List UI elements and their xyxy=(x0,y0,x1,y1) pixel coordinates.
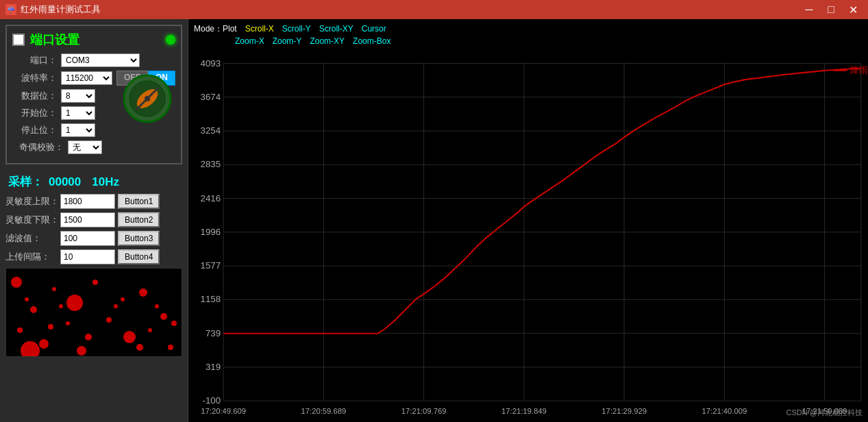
toolbar-zoom-x[interactable]: Zoom-X xyxy=(235,36,264,46)
button1[interactable]: Button1 xyxy=(118,194,160,209)
sampling-label: 采样： xyxy=(8,174,43,190)
startbit-select[interactable]: 1 xyxy=(61,106,95,120)
stopbit-row: 停止位： 1 xyxy=(12,123,175,137)
rain-dot xyxy=(123,331,136,343)
svg-text:739: 739 xyxy=(206,328,221,338)
port-select[interactable]: COM3 xyxy=(61,53,140,67)
title-bar: ☔ 红外雨量计测试工具 ─ □ ✕ xyxy=(0,0,868,19)
port-form-area: 端口： COM3 波特率： 115200 OFF ON xyxy=(12,53,175,154)
sampling-row: 采样： 00000 10Hz xyxy=(5,170,182,194)
rain-dot xyxy=(25,297,29,301)
upper-limit-input[interactable] xyxy=(60,194,115,209)
parity-label: 奇偶校验： xyxy=(12,141,64,153)
databits-select[interactable]: 8 xyxy=(61,89,95,103)
button3[interactable]: Button3 xyxy=(118,231,160,246)
stopbit-label: 停止位： xyxy=(12,124,57,136)
rain-dot xyxy=(52,287,56,291)
rain-dot xyxy=(85,334,92,340)
filter-label: 滤波值： xyxy=(5,232,60,245)
startbit-label: 开始位： xyxy=(12,107,57,119)
rain-dot xyxy=(92,280,98,285)
svg-text:1158: 1158 xyxy=(201,294,221,304)
toolbar-cursor[interactable]: Cursor xyxy=(362,24,386,34)
button2[interactable]: Button2 xyxy=(118,212,160,227)
rain-dot xyxy=(171,321,177,326)
toolbar-zoom-box[interactable]: Zoom-Box xyxy=(353,36,390,46)
button4[interactable]: Button4 xyxy=(118,249,160,264)
rain-dot xyxy=(59,304,63,308)
maximize-button[interactable]: □ xyxy=(821,0,841,19)
svg-rect-5 xyxy=(188,49,868,422)
rain-dot xyxy=(160,313,167,320)
port-row: 端口： COM3 xyxy=(12,53,175,67)
toolbar-scroll-y[interactable]: Scroll-Y xyxy=(282,24,311,34)
rain-dot xyxy=(121,297,125,301)
rain-dot xyxy=(139,288,147,297)
app-title: 红外雨量计测试工具 xyxy=(21,3,101,16)
chart-svg: 4093 3674 3254 2835 2416 1996 1577 1158 … xyxy=(188,49,868,422)
rain-dot xyxy=(77,346,86,356)
toolbar-zoom-y[interactable]: Zoom-Y xyxy=(273,36,302,46)
minimize-button[interactable]: ─ xyxy=(799,0,819,19)
lower-limit-label: 灵敏度下限： xyxy=(5,214,60,226)
baud-select[interactable]: 115200 xyxy=(61,71,112,85)
svg-text:17:21:40.009: 17:21:40.009 xyxy=(702,407,747,415)
svg-text:17:20:59.689: 17:20:59.689 xyxy=(301,407,347,415)
port-led xyxy=(166,35,175,45)
filter-row: 滤波值： Button3 xyxy=(5,231,182,246)
rain-dot xyxy=(114,304,118,308)
toolbar-mode: Mode：Plot xyxy=(194,23,237,35)
toolbar-scroll-x[interactable]: Scroll-X xyxy=(245,24,274,34)
port-checkbox[interactable] xyxy=(12,34,25,46)
window-controls: ─ □ ✕ xyxy=(799,0,863,19)
app-icon: ☔ xyxy=(5,4,16,15)
upload-interval-input[interactable] xyxy=(60,249,115,264)
main-content: 端口设置 端口： COM3 波特率： 115200 xyxy=(0,19,868,422)
rain-dot xyxy=(148,328,152,332)
rain-dot xyxy=(39,339,49,349)
upload-interval-row: 上传间隔： Button4 xyxy=(5,249,182,264)
parity-select[interactable]: 无 xyxy=(68,140,102,154)
rain-dot xyxy=(168,345,173,350)
filter-input[interactable] xyxy=(60,231,115,246)
svg-text:-100: -100 xyxy=(202,395,221,406)
sampling-freq: 10Hz xyxy=(92,175,119,189)
sampling-value: 00000 xyxy=(49,175,81,189)
svg-text:3674: 3674 xyxy=(201,92,221,102)
parity-row: 奇偶校验： 无 xyxy=(12,140,175,154)
chart-panel: Mode：Plot Scroll-X Scroll-Y Scroll-XY Cu… xyxy=(188,19,868,422)
watermark: CSDN @河北稳控科技 xyxy=(786,408,863,418)
rain-dot xyxy=(155,304,159,308)
toolbar-scroll-xy[interactable]: Scroll-XY xyxy=(319,24,354,34)
svg-text:3254: 3254 xyxy=(201,125,221,136)
toolbar-zoom-xy[interactable]: Zoom-XY xyxy=(310,36,345,46)
rain-dot xyxy=(66,295,83,311)
stopbit-select[interactable]: 1 xyxy=(61,123,95,137)
port-label: 端口： xyxy=(12,54,57,66)
rain-dot xyxy=(106,317,112,323)
port-section: 端口设置 端口： COM3 波特率： 115200 xyxy=(5,25,182,164)
chart-toolbar: Mode：Plot Scroll-X Scroll-Y Scroll-XY Cu… xyxy=(188,19,868,49)
close-button[interactable]: ✕ xyxy=(843,0,863,19)
svg-text:1996: 1996 xyxy=(201,227,221,237)
svg-text:2835: 2835 xyxy=(201,159,221,169)
rain-dot xyxy=(21,341,40,357)
rain-dot xyxy=(30,306,37,313)
rain-dot xyxy=(11,277,22,288)
lower-limit-input[interactable] xyxy=(60,212,115,227)
upload-interval-label: 上传间隔： xyxy=(5,251,60,263)
svg-text:4093: 4093 xyxy=(201,58,221,69)
rain-image xyxy=(5,268,182,357)
svg-text:319: 319 xyxy=(206,362,221,372)
port-header: 端口设置 xyxy=(12,32,175,48)
svg-text:降雨量: 降雨量 xyxy=(850,65,868,75)
rain-dot xyxy=(17,327,23,333)
upper-limit-label: 灵敏度上限： xyxy=(5,195,60,208)
svg-point-4 xyxy=(145,96,150,101)
rain-dot xyxy=(66,321,70,325)
databits-label: 数据位： xyxy=(12,90,57,102)
rain-dot xyxy=(136,344,143,351)
baud-label: 波特率： xyxy=(12,72,57,84)
rain-dot xyxy=(48,324,53,330)
input-section: 灵敏度上限： Button1 灵敏度下限： Button2 滤波值： Butto… xyxy=(5,194,182,264)
